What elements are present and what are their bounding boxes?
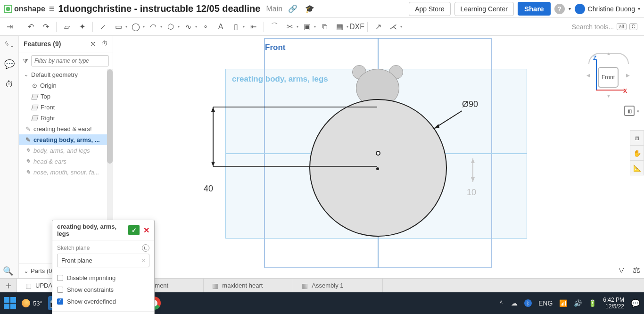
diameter-leader-icon (430, 110, 464, 131)
app-store-button[interactable]: App Store (409, 2, 450, 16)
insert-feature-icon[interactable]: ⤲ (90, 40, 96, 48)
view-down-icon[interactable]: ▼ (606, 93, 611, 99)
start-button[interactable] (4, 297, 16, 309)
origin-row[interactable]: ⊙Origin (19, 80, 113, 91)
show-overdefined-checkbox[interactable]: Show overdefined (57, 296, 149, 307)
tray-volume-icon[interactable]: 🔊 (574, 299, 582, 307)
mirror-tool-icon[interactable]: ⧉ (318, 20, 331, 33)
sketch-head-ears2-row[interactable]: ✎head & ears (19, 156, 113, 167)
share-button[interactable]: Share (518, 2, 551, 16)
tool-search[interactable]: Search tools... alt C (572, 23, 637, 31)
measure-icon[interactable]: 📐 (630, 160, 644, 175)
slot-tool[interactable]: ▯▾ (229, 20, 245, 33)
tray-chevron-icon[interactable]: ＾ (498, 299, 504, 307)
spline-tool[interactable]: ∿▾ (182, 20, 197, 33)
add-tab-button[interactable]: ＋ (0, 279, 17, 292)
branch-label[interactable]: Main (266, 5, 282, 13)
history-icon[interactable]: ⏱ (5, 80, 14, 90)
feature-filter-input[interactable] (31, 55, 109, 66)
wizard-icon[interactable]: ✦ (75, 20, 89, 33)
plane-front-row[interactable]: Front (19, 102, 113, 113)
clear-input-icon[interactable]: × (141, 257, 145, 264)
hide-show-icon[interactable]: ✋ (630, 145, 644, 160)
tab-assembly-1[interactable]: ▦Assembly 1 (293, 279, 383, 292)
offset-tool[interactable]: ▣▾ (300, 20, 316, 33)
learning-center-button[interactable]: Learning Center (454, 2, 514, 16)
polygon-tool[interactable]: ⬡▾ (164, 20, 180, 33)
brand-logo[interactable]: onshape (4, 5, 45, 13)
plane-top-row[interactable]: Top (19, 91, 113, 102)
sketch-plane-input[interactable]: Front plane × (57, 254, 149, 267)
tray-language[interactable]: ENG (538, 299, 553, 307)
sketch-icon[interactable]: ▱ (60, 20, 74, 33)
tray-bluetooth-icon[interactable]: ᛒ (524, 299, 532, 307)
dim-10-label[interactable]: 10 (467, 188, 476, 198)
tool-feature-list-icon[interactable]: ⇥ (3, 20, 16, 33)
app-titlebar: onshape ≡ 1duongchristine - instructable… (0, 0, 644, 18)
circle-tool[interactable]: ◯▾ (129, 20, 145, 33)
constraint-tool[interactable]: ⋌▾ (387, 20, 402, 33)
view-left-icon[interactable]: ◀ (586, 73, 590, 78)
rollback-icon[interactable]: ⏱ (101, 40, 108, 48)
fillet-tool-icon[interactable]: ⌒ (268, 20, 281, 33)
graphics-canvas[interactable]: Front creating body, arms, legs Ø90 40 (113, 36, 644, 278)
default-geometry-row[interactable]: ⌄Default geometry (19, 69, 113, 80)
dialog-confirm-button[interactable]: ✓ (128, 225, 140, 235)
redo-icon[interactable]: ↷ (39, 20, 52, 33)
tray-battery-icon[interactable]: 🔋 (588, 299, 596, 307)
tray-wifi-icon[interactable]: 📶 (559, 299, 567, 307)
partstudio-icon: ▥ (212, 282, 218, 289)
help-icon[interactable]: ? (554, 4, 565, 14)
weather-widget[interactable]: 53° (22, 299, 42, 307)
text-tool-icon[interactable]: A (214, 20, 227, 33)
trim-tool[interactable]: ✂▾ (283, 20, 298, 33)
tray-cloud-icon[interactable]: ☁ (511, 299, 518, 307)
education-icon[interactable]: 🎓 (303, 4, 316, 13)
undo-icon[interactable]: ↶ (24, 20, 37, 33)
tray-clock[interactable]: 6:42 PM 12/5/22 (603, 297, 624, 310)
dim-40-label[interactable]: 40 (204, 184, 213, 194)
origin-point-icon[interactable] (376, 167, 379, 170)
sketch-body-legs-row[interactable]: ✎body, arms, and legs (19, 145, 113, 156)
link-icon[interactable]: 🔗 (286, 4, 299, 13)
document-title[interactable]: 1duongchristine - instructable 12/05 dea… (58, 3, 260, 14)
sketch-name-label: creating body, arms, legs (232, 74, 328, 84)
sketch-icon: ✎ (25, 125, 31, 132)
filter-icon[interactable]: ⧩ (23, 57, 28, 65)
line-tool-icon[interactable]: ⟋ (97, 20, 110, 33)
transform-tool-icon[interactable]: ↗ (372, 20, 385, 33)
help-caret-icon[interactable]: ▾ (569, 6, 571, 11)
menu-icon[interactable]: ≡ (49, 3, 55, 14)
center-point-icon[interactable] (376, 151, 380, 156)
tab-maxident-heart[interactable]: ▥maxident heart (204, 279, 293, 292)
view-cube[interactable]: ▲ ▼ ◀ ▶ Z X Front (577, 51, 634, 103)
sketch-icon: ✎ (25, 136, 31, 143)
dialog-cancel-button[interactable]: ✕ (141, 226, 151, 235)
user-menu[interactable]: Christine Duong ▾ (575, 4, 640, 14)
pattern-tool[interactable]: ▦▾ (333, 20, 348, 33)
display-mode-icon[interactable]: ◧ (624, 106, 635, 116)
view-cube-face[interactable]: Front (598, 67, 619, 88)
image-tool-icon[interactable]: DXF (350, 20, 363, 33)
sketch-head-ears-row[interactable]: ✎creating head & ears! (19, 124, 113, 134)
sketch-body-arms-row[interactable]: ✎creating body, arms, ... (19, 134, 113, 145)
dimension-tool-icon[interactable]: ⇤ (247, 20, 260, 33)
rectangle-tool[interactable]: ▭▾ (112, 20, 127, 33)
disable-imprinting-checkbox[interactable]: Disable imprinting (57, 272, 149, 284)
mass-props-icon[interactable]: ⚖ (633, 265, 640, 275)
dialog-history-icon[interactable] (142, 244, 149, 252)
comments-icon[interactable]: 💬 (4, 59, 15, 69)
add-feature-icon[interactable]: ᛃ₊ (4, 39, 15, 49)
arc-tool[interactable]: ◠▾ (147, 20, 162, 33)
sketch-nose-mouth-row[interactable]: ✎nose, mouth, snout, fa... (19, 167, 113, 178)
point-tool-icon[interactable]: ∘ (199, 20, 212, 33)
view-up-icon[interactable]: ▲ (606, 51, 611, 56)
show-constraints-checkbox[interactable]: Show constraints (57, 284, 149, 296)
zoom-search-icon[interactable]: 🔍 (3, 266, 13, 276)
units-icon[interactable]: 🜄 (618, 265, 626, 275)
diameter-dimension[interactable]: Ø90 (462, 99, 478, 109)
tray-notifications-icon[interactable]: 💬 (631, 299, 640, 308)
plane-right-row[interactable]: Right (19, 113, 113, 124)
section-view-icon[interactable]: ⧈ (630, 130, 644, 145)
view-right-icon[interactable]: ▶ (626, 73, 630, 78)
